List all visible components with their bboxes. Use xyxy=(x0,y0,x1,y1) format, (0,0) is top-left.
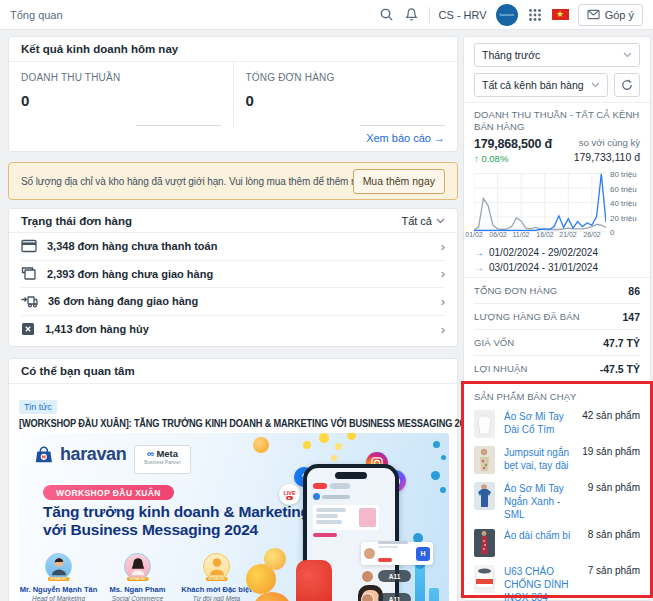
cancelled-order-icon xyxy=(21,322,35,336)
account-name[interactable]: CS - HRV xyxy=(439,9,487,21)
view-report-link[interactable]: Xem báo cáo → xyxy=(9,128,457,144)
product-image xyxy=(474,529,495,557)
sparkline-net-revenue xyxy=(136,125,221,126)
stat-cogs: GIÁ VỐN 47.7 TỶ xyxy=(474,330,640,356)
haravan-logo: haravan xyxy=(35,444,126,465)
channel-select[interactable]: Tất cả kênh bán hàng xyxy=(474,73,608,97)
chat-avatar xyxy=(361,570,374,583)
status-row-shipping[interactable]: 36 đơn hàng đang giao hàng › xyxy=(21,288,445,316)
decor-orange xyxy=(253,437,269,453)
package-icon xyxy=(21,266,37,281)
chevron-right-icon: › xyxy=(441,267,445,280)
workshop-pill: WORKSHOP ĐẦU XUÂN xyxy=(43,485,174,500)
today-card-title: Kết quả kinh doanh hôm nay xyxy=(9,37,457,62)
vietnam-flag-icon[interactable]: ★ xyxy=(552,9,569,20)
status-row-cancelled[interactable]: 1,413 đơn hàng hủy › xyxy=(21,316,445,344)
apps-grid-icon[interactable] xyxy=(527,7,543,23)
dragon-decor xyxy=(244,548,344,601)
topbar-divider xyxy=(429,7,430,23)
chevron-down-icon xyxy=(623,52,632,58)
news-badge: Tin tức xyxy=(19,400,57,414)
metric-net-revenue: DOANH THU THUẦN 0 xyxy=(9,62,233,128)
product-image xyxy=(474,565,495,593)
notification-bell-icon[interactable] xyxy=(404,7,420,23)
a11-pill: A11 xyxy=(378,570,411,582)
sparkline-total-orders xyxy=(360,125,445,126)
status-row-unpaid[interactable]: 3,348 đơn hàng chưa thanh toán › xyxy=(21,233,445,261)
chart-x-axis: 01/0206/0211/0216/0221/0226/02 xyxy=(474,231,640,241)
chat-popup: H xyxy=(361,542,433,565)
product-image xyxy=(474,410,495,438)
speaker-2: SPEAKER Ms. Ngan Pham Social Commerce xyxy=(98,553,177,601)
decor-dot xyxy=(440,487,446,493)
product-image xyxy=(474,446,495,474)
live-badge: LIVE ▶ xyxy=(279,484,300,505)
chart-legend: →01/02/2024 - 29/02/2024 →03/01/2024 - 3… xyxy=(474,246,640,273)
revenue-change: ↑ 0.08% xyxy=(474,153,552,164)
feedback-button[interactable]: Góp ý xyxy=(578,4,643,26)
warning-text: Số lượng địa chỉ và kho hàng đã vượt giớ… xyxy=(21,176,353,187)
stat-items-sold: LƯỢNG HÀNG ĐÃ BÁN 147 xyxy=(474,304,640,330)
banner-speakers: SPEAKER Mr. Nguyễn Mạnh Tân Head of Mark… xyxy=(19,553,256,601)
refresh-button[interactable] xyxy=(614,73,640,97)
order-status-card: Trạng thái đơn hàng Tất cả 3,348 đơn hàn… xyxy=(8,208,458,347)
legend-arrow: → xyxy=(474,262,484,273)
credit-card-icon xyxy=(21,239,37,253)
article-headline[interactable]: [WORKSHOP ĐẦU XUÂN]: TĂNG TRƯỞNG KINH DO… xyxy=(19,417,379,429)
avatar[interactable]: haravan xyxy=(496,4,518,26)
banner-title: Tăng trưởng kinh doanh & Marketing với B… xyxy=(43,503,310,539)
compare-value: 179,733,110 đ xyxy=(574,151,640,163)
metric-total-orders: TỔNG ĐƠN HÀNG 0 xyxy=(233,62,458,128)
best-seller-item: Áo Sơ Mi Tay Ngắn Xanh - SML 9 sản phẩm xyxy=(474,482,640,521)
chevron-right-icon: › xyxy=(441,323,445,336)
revenue-value: 179,868,500 đ xyxy=(474,137,552,151)
envelope-icon xyxy=(587,9,600,20)
meta-partner-badge: ∞ Meta Business Partner xyxy=(134,445,191,474)
a11-pill: A11 xyxy=(378,593,411,601)
decor-dot xyxy=(433,441,440,448)
speaker-1: SPEAKER Mr. Nguyễn Mạnh Tân Head of Mark… xyxy=(19,553,98,601)
workshop-banner-image[interactable]: haravan ∞ Meta Business Partner WORKSHOP… xyxy=(19,433,449,601)
chevron-down-icon xyxy=(591,82,600,88)
product-image xyxy=(474,482,495,510)
legend-arrow: → xyxy=(474,247,484,258)
suggestions-card: Có thể bạn quan tâm Tin tức [WORKSHOP ĐẦ… xyxy=(8,358,458,601)
chevron-right-icon: › xyxy=(441,240,445,253)
period-select[interactable]: Tháng trước xyxy=(474,43,640,67)
best-sellers-title: SẢN PHẨM BÁN CHẠY xyxy=(474,391,640,402)
analytics-panel: Tháng trước Tất cả kênh bán hàng DOANH T… xyxy=(463,36,651,601)
best-seller-item: Áo Sơ Mi Tay Dài Cổ Tím 42 sản phẩm xyxy=(474,410,640,438)
decor-dot xyxy=(431,471,440,480)
revenue-chart: 80 triệu60 triệu40 triệu20 triệu0 xyxy=(474,171,640,231)
best-seller-item: U63 CHẢO CHỐNG DÍNH INOX 304 ELMIC... 7 … xyxy=(474,565,640,601)
best-seller-item: Áo dài chấm bi 8 sản phẩm xyxy=(474,529,640,557)
best-seller-item: Jumpsuit ngắn bẹt vai, tay dài 19 sản ph… xyxy=(474,446,640,474)
breadcrumb: Tổng quan xyxy=(10,9,63,21)
status-row-unfulfilled[interactable]: 2,393 đơn hàng chưa giao hàng › xyxy=(21,261,445,289)
refresh-icon xyxy=(621,79,633,91)
chevron-down-icon xyxy=(436,218,445,224)
search-icon[interactable] xyxy=(379,7,395,23)
revenue-heading: DOANH THU THUẦN - TẤT CẢ KÊNH BÁN HÀNG xyxy=(474,109,640,133)
today-results-card: Kết quả kinh doanh hôm nay DOANH THU THU… xyxy=(8,36,458,152)
suggestions-title: Có thể bạn quan tâm xyxy=(9,359,457,384)
topbar: Tổng quan CS - HRV haravan ★ Góp ý xyxy=(0,0,653,30)
chevron-right-icon: › xyxy=(441,295,445,308)
stat-profit: LỢI NHUẬN -47.5 TỶ xyxy=(474,356,640,382)
limit-warning-banner: Số lượng địa chỉ và kho hàng đã vượt giớ… xyxy=(8,162,458,200)
order-status-filter[interactable]: Tất cả xyxy=(401,215,445,227)
delivery-truck-icon xyxy=(21,295,38,308)
buy-more-button[interactable]: Mua thêm ngay xyxy=(353,169,445,194)
order-status-title: Trạng thái đơn hàng xyxy=(21,215,401,227)
decor-dot xyxy=(441,455,446,460)
chat-avatar xyxy=(361,593,374,601)
stat-total-orders: TỔNG ĐƠN HÀNG 86 xyxy=(474,278,640,304)
